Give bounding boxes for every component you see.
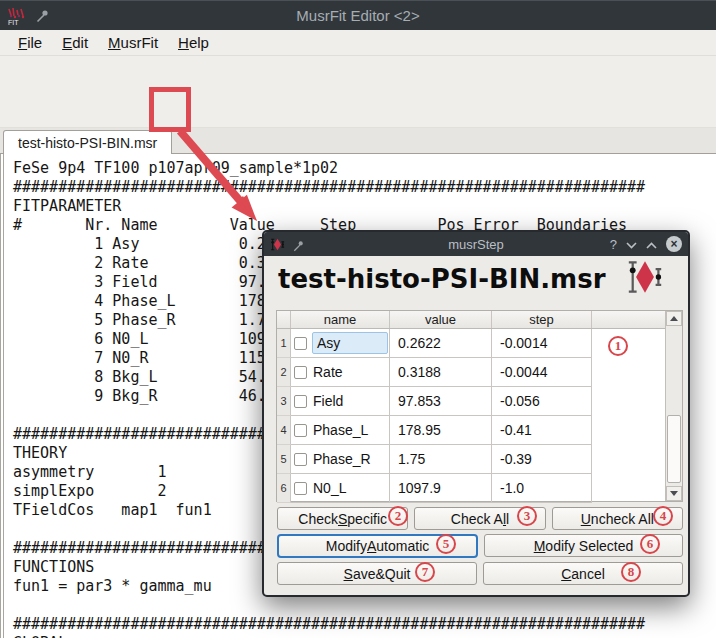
param-name: N0_L bbox=[313, 480, 346, 496]
param-step[interactable]: -0.0044 bbox=[492, 358, 592, 387]
row-number[interactable]: 6 bbox=[277, 474, 291, 503]
name-cell[interactable]: Phase_R bbox=[291, 445, 390, 474]
dialog-shade-icon[interactable] bbox=[626, 238, 637, 251]
annotation-arrow bbox=[140, 80, 270, 232]
param-step[interactable]: -0.39 bbox=[492, 445, 592, 474]
scrollbar-thumb[interactable] bbox=[667, 415, 681, 483]
row-checkbox[interactable] bbox=[294, 482, 307, 495]
param-value[interactable]: 0.2622 bbox=[390, 329, 492, 358]
name-cell[interactable]: Rate bbox=[291, 358, 390, 387]
scroll-down-icon[interactable] bbox=[666, 486, 682, 501]
row-number[interactable]: 5 bbox=[277, 445, 291, 474]
musrfit-toolbar: χ2FITMSRMLOGFITDATT0PREFS(ƆJo)(ıIz)DUMP bbox=[0, 92, 716, 128]
column-header-step[interactable]: step bbox=[492, 311, 592, 328]
annotation-number-6: 6 bbox=[640, 534, 660, 554]
menu-help[interactable]: Help bbox=[168, 32, 219, 53]
annotation-number-7: 7 bbox=[415, 562, 435, 582]
param-name: Rate bbox=[313, 364, 343, 380]
name-cell[interactable]: N0_L bbox=[291, 474, 390, 503]
window-titlebar[interactable]: FIT MusrFit Editor <2> bbox=[0, 0, 716, 30]
table-row: 2Rate0.3188-0.0044 bbox=[277, 358, 592, 387]
dialog-titlebar[interactable]: musrStep ? × bbox=[264, 232, 688, 256]
table-row: 3Field97.853-0.056 bbox=[277, 387, 592, 416]
param-step[interactable]: -1.0 bbox=[492, 474, 592, 503]
row-checkbox[interactable] bbox=[294, 453, 307, 466]
name-cell[interactable]: Phase_L bbox=[291, 416, 390, 445]
musrstep-dialog: musrStep ? × test-histo-PSI-BIN.msr bbox=[262, 230, 690, 597]
param-value[interactable]: 1.75 bbox=[390, 445, 492, 474]
menu-musrfit[interactable]: MusrFit bbox=[98, 32, 168, 53]
menubar: FileEditMusrFitHelp bbox=[0, 30, 716, 56]
annotation-number-8: 8 bbox=[621, 562, 641, 582]
column-header-value[interactable]: value bbox=[390, 311, 492, 328]
param-step[interactable]: -0.0014 bbox=[492, 329, 592, 358]
annotation-number-4: 4 bbox=[653, 506, 673, 526]
musrstep-logo-icon bbox=[626, 260, 664, 294]
row-checkbox[interactable] bbox=[294, 366, 307, 379]
name-cell[interactable]: Asy bbox=[291, 329, 390, 358]
column-header-extra[interactable] bbox=[592, 311, 667, 328]
scroll-up-icon[interactable] bbox=[666, 311, 682, 326]
name-cell[interactable]: Field bbox=[291, 387, 390, 416]
table-row: 4Phase_L178.95-0.41 bbox=[277, 416, 592, 445]
row-number[interactable]: 2 bbox=[277, 358, 291, 387]
musrfit-editor-window: FIT MusrFit Editor <2> FileEditMusrFitHe… bbox=[0, 0, 716, 638]
annotation-number-2: 2 bbox=[388, 506, 408, 526]
param-name: Asy bbox=[312, 332, 388, 354]
tab-label: test-histo-PSI-BIN.msr bbox=[18, 135, 157, 151]
param-name: Phase_R bbox=[313, 451, 371, 467]
row-checkbox[interactable] bbox=[294, 424, 307, 437]
param-value[interactable]: 178.95 bbox=[390, 416, 492, 445]
row-checkbox[interactable] bbox=[294, 337, 307, 350]
param-value[interactable]: 1097.9 bbox=[390, 474, 492, 503]
menu-edit[interactable]: Edit bbox=[52, 32, 98, 53]
menu-file[interactable]: File bbox=[8, 32, 52, 53]
param-step[interactable]: -0.056 bbox=[492, 387, 592, 416]
annotation-number-3: 3 bbox=[517, 506, 537, 526]
table-row: 1Asy0.2622-0.0014 bbox=[277, 329, 592, 358]
table-row: 6N0_L1097.9-1.0 bbox=[277, 474, 592, 503]
cancel-button[interactable]: Cancel bbox=[483, 562, 683, 585]
main-toolbar: Monospace 12 bbox=[0, 56, 716, 92]
annotation-number-5: 5 bbox=[436, 534, 456, 554]
param-step[interactable]: -0.41 bbox=[492, 416, 592, 445]
row-number[interactable]: 4 bbox=[277, 416, 291, 445]
dialog-close-button[interactable]: × bbox=[666, 236, 682, 252]
dialog-help-button[interactable]: ? bbox=[610, 238, 617, 251]
column-header-name[interactable]: name bbox=[291, 311, 390, 328]
header-corner bbox=[277, 311, 291, 328]
param-value[interactable]: 0.3188 bbox=[390, 358, 492, 387]
row-number[interactable]: 1 bbox=[277, 329, 291, 358]
dialog-heading: test-histo-PSI-BIN.msr bbox=[278, 264, 606, 294]
window-title: MusrFit Editor <2> bbox=[0, 7, 716, 24]
param-name: Phase_L bbox=[313, 422, 368, 438]
dialog-maximize-icon[interactable] bbox=[646, 238, 657, 251]
param-name: Field bbox=[313, 393, 343, 409]
row-number[interactable]: 3 bbox=[277, 387, 291, 416]
tabbar: test-histo-PSI-BIN.msr bbox=[0, 128, 716, 154]
table-row: 5Phase_R1.75-0.39 bbox=[277, 445, 592, 474]
annotation-number-1: 1 bbox=[608, 336, 628, 356]
param-value[interactable]: 97.853 bbox=[390, 387, 492, 416]
table-scrollbar[interactable] bbox=[665, 311, 682, 501]
save-quit-button[interactable]: Save&Quit bbox=[277, 562, 477, 585]
row-checkbox[interactable] bbox=[294, 395, 307, 408]
table-header: namevaluestep bbox=[277, 311, 667, 329]
